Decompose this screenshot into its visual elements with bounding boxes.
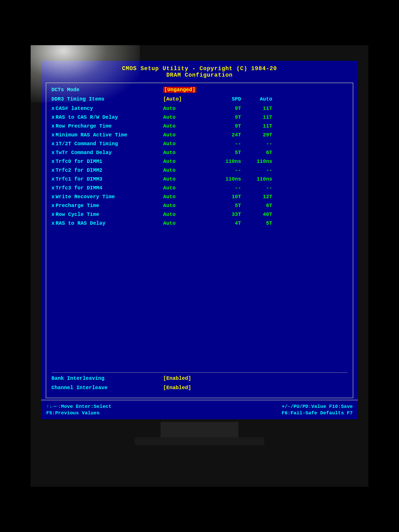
timing-value: Auto: [163, 150, 210, 156]
x-marker: x: [51, 194, 55, 200]
timing-label: xCAS# latency: [51, 105, 163, 111]
ddr3-col-auto: Auto: [241, 96, 272, 102]
monitor-base: [135, 437, 264, 445]
timing-spd: 10T: [210, 194, 241, 200]
timing-spd: 9T: [210, 105, 241, 111]
ddr3-label: DDR3 Timing Items: [51, 96, 163, 102]
timing-value: Auto: [163, 167, 210, 173]
footer-value-save: +/-/PU/PD:Value F10:Save: [282, 404, 353, 409]
timing-row: xTrfc1 for DIMM3 Auto 110ns 110ns: [51, 176, 348, 185]
timing-auto: 6T: [241, 203, 272, 209]
timing-label: xRAS to RAS Delay: [51, 220, 163, 226]
timing-value: Auto: [163, 203, 210, 209]
x-marker: x: [51, 167, 55, 173]
timing-row: xRow Precharge Time Auto 9T 11T: [51, 123, 348, 132]
timing-label: xWrite Recovery Time: [51, 194, 163, 200]
timing-label: xTrfc3 for DIMM4: [51, 185, 163, 191]
x-marker: x: [51, 158, 55, 164]
timing-row: xTrfc2 for DIMM2 Auto -- --: [51, 167, 348, 176]
timing-auto: 11T: [241, 114, 272, 120]
timing-value: Auto: [163, 105, 210, 111]
timing-auto: --: [241, 167, 272, 173]
timing-row: xTrfc0 for DIMM1 Auto 110ns 110ns: [51, 158, 348, 167]
footer-bar: ↑↓→←:Move Enter:Select +/-/PU/PD:Value F…: [41, 400, 358, 419]
bios-header: CMOS Setup Utility - Copyright (C) 1984-…: [41, 61, 358, 81]
timing-row: xRow Cycle Time Auto 33T 40T: [51, 211, 348, 220]
ddr3-col-value: [Auto]: [163, 96, 210, 102]
timing-auto: 110ns: [241, 158, 272, 164]
x-marker: x: [51, 176, 55, 182]
timing-spd: 33T: [210, 211, 241, 217]
footer-prev: F5:Previous Values: [46, 410, 99, 416]
bottom-value[interactable]: [Enabled]: [163, 375, 191, 381]
timing-label: xPrecharge Time: [51, 203, 163, 209]
timing-rows: xCAS# latency Auto 9T 11T xRAS to CAS R/…: [51, 105, 348, 229]
x-marker: x: [51, 185, 55, 191]
bottom-label: Bank Interleaving: [51, 375, 163, 381]
timing-spd: 5T: [210, 150, 241, 156]
timing-auto: --: [241, 141, 272, 147]
timing-label: xTrfc1 for DIMM3: [51, 176, 163, 182]
timing-value: Auto: [163, 132, 210, 138]
unganged-badge[interactable]: [Unganged]: [163, 87, 196, 93]
bottom-rows: Bank Interleaving [Enabled] Channel Inte…: [51, 375, 348, 394]
bios-screen: CMOS Setup Utility - Copyright (C) 1984-…: [41, 61, 358, 419]
timing-auto: 5T: [241, 220, 272, 226]
timing-row: xCAS# latency Auto 9T 11T: [51, 105, 348, 114]
footer-defaults: F6:Fail-Safe Defaults F7: [282, 410, 353, 416]
footer-line1: ↑↓→←:Move Enter:Select +/-/PU/PD:Value F…: [46, 404, 353, 409]
footer-line2: F5:Previous Values F6:Fail-Safe Defaults…: [46, 410, 353, 416]
x-marker: x: [51, 141, 55, 147]
ddr3-col-spd: SPD: [210, 96, 241, 102]
timing-row: xWrite Recovery Time Auto 10T 12T: [51, 194, 348, 203]
timing-label: xRow Precharge Time: [51, 123, 163, 129]
timing-spd: 9T: [210, 114, 241, 120]
timing-auto: 11T: [241, 105, 272, 111]
timing-spd: 110ns: [210, 158, 241, 164]
timing-spd: --: [210, 167, 241, 173]
bottom-section: Bank Interleaving [Enabled] Channel Inte…: [51, 373, 348, 394]
timing-value: Auto: [163, 194, 210, 200]
ddr3-header-row: DDR3 Timing Items [Auto] SPD Auto: [51, 96, 348, 105]
timing-row: x1T/2T Command Timing Auto -- --: [51, 141, 348, 150]
bottom-setting-row: Channel Interleave [Enabled]: [51, 385, 348, 394]
timing-value: Auto: [163, 185, 210, 191]
bottom-label: Channel Interleave: [51, 385, 163, 391]
header-line1: CMOS Setup Utility - Copyright (C) 1984-…: [44, 65, 355, 72]
x-marker: x: [51, 105, 55, 111]
timing-value: Auto: [163, 158, 210, 164]
timing-row: xRAS to CAS R/W Delay Auto 9T 11T: [51, 114, 348, 123]
bottom-value[interactable]: [Enabled]: [163, 385, 191, 391]
timing-row: xMinimum RAS Active Time Auto 24T 29T: [51, 132, 348, 141]
dcts-value: [Unganged]: [163, 87, 210, 93]
timing-row: xTwTr Command Delay Auto 5T 6T: [51, 150, 348, 158]
x-marker: x: [51, 203, 55, 209]
timing-auto: 6T: [241, 150, 272, 156]
timing-label: xRow Cycle Time: [51, 211, 163, 217]
timing-spd: --: [210, 141, 241, 147]
timing-auto: --: [241, 185, 272, 191]
x-marker: x: [51, 132, 55, 138]
settings-table: DCTs Mode [Unganged] DDR3 Timing Items […: [51, 87, 348, 370]
timing-spd: 5T: [210, 203, 241, 209]
x-marker: x: [51, 150, 55, 156]
footer-move-select: ↑↓→←:Move Enter:Select: [46, 404, 111, 409]
timing-label: xTrfc0 for DIMM1: [51, 158, 163, 164]
x-marker: x: [51, 114, 55, 120]
dcts-label: DCTs Mode: [51, 87, 163, 93]
timing-spd: 24T: [210, 132, 241, 138]
timing-value: Auto: [163, 211, 210, 217]
monitor: CMOS Setup Utility - Copyright (C) 1984-…: [31, 45, 368, 487]
bottom-setting-row: Bank Interleaving [Enabled]: [51, 375, 348, 385]
timing-spd: 4T: [210, 220, 241, 226]
timing-value: Auto: [163, 176, 210, 182]
timing-auto: 11T: [241, 123, 272, 129]
timing-row: xTrfc3 for DIMM4 Auto -- --: [51, 185, 348, 194]
timing-auto: 29T: [241, 132, 272, 138]
x-marker: x: [51, 220, 55, 226]
timing-auto: 12T: [241, 194, 272, 200]
timing-spd: --: [210, 185, 241, 191]
timing-value: Auto: [163, 220, 210, 226]
timing-row: xPrecharge Time Auto 5T 6T: [51, 203, 348, 211]
timing-value: Auto: [163, 141, 210, 147]
